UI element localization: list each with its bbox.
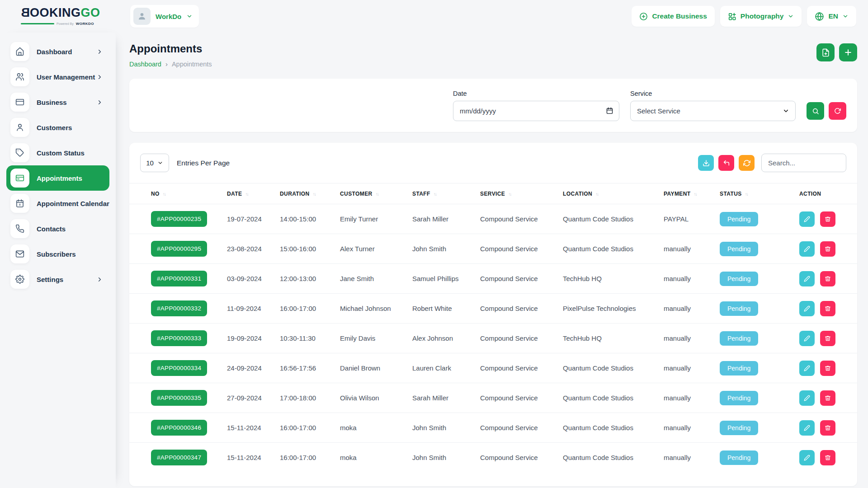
appointment-row: #APP00000347 15-11-2024 16:00-17:00 moka… [129,443,857,473]
edit-button[interactable] [799,271,815,286]
edit-button[interactable] [799,241,815,257]
cell-date: 11-09-2024 [227,294,280,324]
sidebar-item-appointment-calendar[interactable]: Appointment Calendar [6,191,109,216]
delete-button[interactable] [820,450,835,465]
delete-button[interactable] [820,331,835,346]
delete-button[interactable] [820,420,835,436]
date-filter-input[interactable] [453,101,619,121]
appointments-table: NO↑↓ DATE↑↓ DURATION↑↓ CUSTOMER↑↓ STAFF↑… [129,183,857,473]
edit-button[interactable] [799,331,815,346]
appointment-id-badge[interactable]: #APP00000235 [151,211,207,227]
cell-payment: manually [664,383,720,413]
edit-button[interactable] [799,301,815,316]
service-filter-select[interactable]: Select Service [630,101,796,121]
trash-icon [825,365,831,371]
delete-button[interactable] [820,301,835,316]
refresh-icon [743,160,750,167]
appointment-id-badge[interactable]: #APP00000335 [151,390,207,406]
status-badge: Pending [720,331,758,346]
cell-staff: Robert White [412,294,480,324]
entries-per-page-select[interactable]: 10 [140,154,169,172]
breadcrumb-dashboard-link[interactable]: Dashboard [129,61,161,68]
powered-by: Powered By WORKDO [21,22,94,26]
download-button[interactable] [698,155,714,171]
edit-button[interactable] [799,211,815,227]
column-header-status[interactable]: STATUS↑↓ [720,183,799,204]
column-header-date[interactable]: DATE↑↓ [227,183,280,204]
undo-button[interactable] [718,155,734,171]
brand-logo[interactable]: BOOKINGGO Powered By WORKDO [0,7,116,26]
sidebar-item-user-management[interactable]: User Management [6,64,109,89]
create-business-button[interactable]: Create Business [632,6,714,27]
sidebar-item-business[interactable]: Business [6,89,109,115]
sidebar-item-custom-status[interactable]: Custom Status [6,140,109,165]
export-file-button[interactable] [816,43,835,61]
appointment-id-badge[interactable]: #APP00000334 [151,360,207,376]
edit-button[interactable] [799,390,815,406]
sidebar-item-subscribers[interactable]: Subscribers [6,241,109,267]
sidebar-item-appointments[interactable]: Appointments [6,165,109,191]
appointment-id-badge[interactable]: #APP00000347 [151,450,207,465]
appointment-id-badge[interactable]: #APP00000346 [151,420,207,436]
add-appointment-button[interactable] [839,43,857,61]
breadcrumb-separator: › [165,60,168,68]
status-badge: Pending [720,450,758,465]
cell-staff: Lauren Clark [412,353,480,383]
users-icon [10,67,29,86]
pencil-icon [804,425,810,431]
delete-button[interactable] [820,271,835,286]
column-header-customer[interactable]: CUSTOMER↑↓ [340,183,412,204]
column-header-service[interactable]: SERVICE↑↓ [480,183,563,204]
edit-button[interactable] [799,450,815,465]
appointment-id-badge[interactable]: #APP00000332 [151,300,207,316]
cell-location: PixelPulse Technologies [563,294,664,324]
appointment-row: #APP00000331 03-09-2024 12:00-13:00 Jane… [129,264,857,294]
workspace-avatar [133,8,151,25]
table-search-input[interactable] [761,154,846,172]
calendar-icon [10,194,29,213]
column-header-no[interactable]: NO↑↓ [129,183,227,204]
sidebar-item-dashboard[interactable]: Dashboard [6,39,109,64]
cell-staff: Alex Johnson [412,324,480,353]
appointments-table-panel: 10 Entries Per Page [129,143,857,486]
delete-button[interactable] [820,241,835,257]
appointment-id-badge[interactable]: #APP00000295 [151,241,207,257]
appointment-row: #APP00000332 11-09-2024 16:00-17:00 Mich… [129,294,857,324]
status-badge: Pending [720,212,758,226]
delete-button[interactable] [820,361,835,376]
appointment-id-badge[interactable]: #APP00000333 [151,330,207,346]
apply-filter-button[interactable] [807,102,824,120]
main-content: Appointments Dashboard › Appointments Da… [116,33,868,488]
date-filter-label: Date [453,90,619,97]
user-avatar-icon [137,11,147,21]
edit-button[interactable] [799,361,815,376]
delete-button[interactable] [820,211,835,227]
trash-icon [825,335,831,342]
delete-button[interactable] [820,390,835,406]
business-type-dropdown[interactable]: Photography [720,6,802,27]
refresh-icon [834,108,841,114]
workspace-switcher[interactable]: WorkDo [130,5,199,28]
sidebar-item-contacts[interactable]: Contacts [6,216,109,241]
reset-filter-button[interactable] [829,102,846,120]
trash-icon [825,425,831,431]
home-icon [10,42,29,61]
column-header-duration[interactable]: DURATION↑↓ [280,183,340,204]
column-header-location[interactable]: LOCATION↑↓ [563,183,664,204]
sidebar-item-customers[interactable]: Customers [6,115,109,140]
cell-service: Compound Service [480,443,563,473]
status-badge: Pending [720,391,758,405]
edit-button[interactable] [799,420,815,436]
language-dropdown[interactable]: EN [807,6,856,27]
sidebar-item-settings[interactable]: Settings [6,267,109,292]
refresh-button[interactable] [739,155,755,171]
column-header-staff[interactable]: STAFF↑↓ [412,183,480,204]
column-header-payment[interactable]: PAYMENT↑↓ [664,183,720,204]
breadcrumb-current: Appointments [172,61,212,68]
appointment-id-badge[interactable]: #APP00000331 [151,271,207,286]
cell-payment: manually [664,294,720,324]
service-filter-value: Select Service [637,107,680,115]
workspace-label: WorkDo [156,13,181,20]
cell-payment: manually [664,234,720,264]
undo-arrow-icon [723,160,730,167]
